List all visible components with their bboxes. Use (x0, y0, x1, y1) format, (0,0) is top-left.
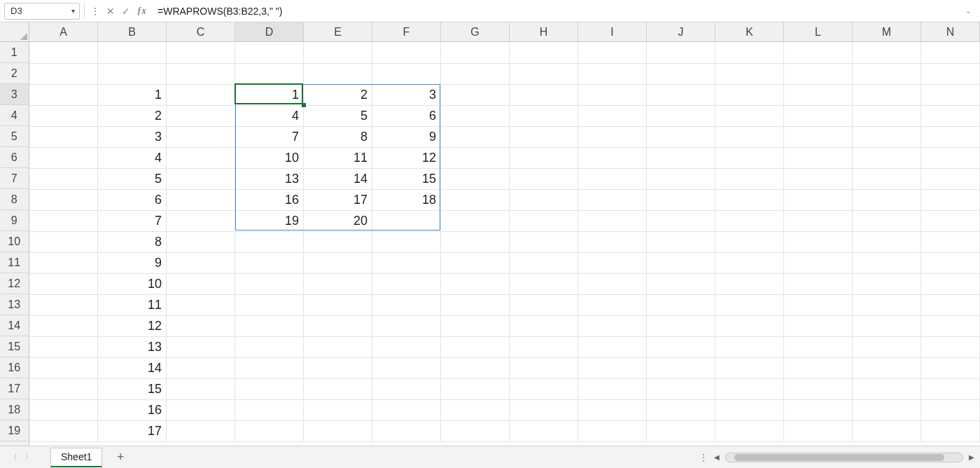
row-header[interactable]: 6 (0, 147, 29, 168)
cell[interactable] (235, 420, 304, 441)
cell[interactable] (29, 168, 98, 189)
cell[interactable] (29, 42, 98, 63)
cell[interactable] (647, 294, 715, 315)
cell[interactable] (647, 63, 715, 84)
cell[interactable] (441, 168, 510, 189)
cell[interactable]: 10 (98, 273, 167, 294)
cell[interactable] (853, 378, 921, 399)
row-header[interactable]: 19 (0, 420, 29, 441)
cell[interactable] (715, 420, 784, 441)
cell[interactable]: 17 (98, 420, 167, 441)
cell[interactable] (441, 399, 510, 420)
cell[interactable] (784, 84, 853, 105)
cell[interactable] (510, 336, 578, 357)
row-header[interactable]: 8 (0, 189, 29, 210)
cell[interactable]: 10 (235, 147, 304, 168)
cell[interactable] (441, 294, 510, 315)
cell[interactable]: 13 (98, 336, 167, 357)
cell[interactable] (441, 315, 510, 336)
cell[interactable] (167, 420, 235, 441)
cell[interactable] (29, 399, 98, 420)
cell[interactable] (372, 336, 441, 357)
cell[interactable] (578, 147, 647, 168)
chevron-down-icon[interactable]: ▾ (71, 7, 75, 15)
cell[interactable] (921, 420, 980, 441)
cell[interactable] (921, 189, 980, 210)
cell[interactable] (29, 84, 98, 105)
cell[interactable] (510, 168, 578, 189)
cell[interactable] (510, 105, 578, 126)
cell[interactable] (784, 63, 853, 84)
cell[interactable]: 18 (372, 189, 441, 210)
prev-sheet-button[interactable]: 〈 (6, 450, 21, 465)
cell[interactable] (235, 294, 304, 315)
cell[interactable] (29, 126, 98, 147)
fx-icon[interactable]: ƒx (134, 4, 149, 19)
cell[interactable] (372, 273, 441, 294)
cell[interactable] (304, 273, 372, 294)
cell[interactable] (853, 210, 921, 231)
cell[interactable] (29, 63, 98, 84)
cell[interactable] (921, 63, 980, 84)
cell[interactable] (853, 63, 921, 84)
cell[interactable] (235, 315, 304, 336)
cell[interactable] (853, 231, 921, 252)
row-header[interactable]: 5 (0, 126, 29, 147)
cell[interactable] (921, 231, 980, 252)
cell[interactable] (29, 378, 98, 399)
cell[interactable] (29, 420, 98, 441)
cell[interactable] (715, 294, 784, 315)
cell[interactable] (578, 42, 647, 63)
cell[interactable] (510, 189, 578, 210)
cell[interactable]: 19 (235, 210, 304, 231)
cell[interactable]: 14 (98, 357, 167, 378)
cell[interactable] (510, 252, 578, 273)
cell[interactable] (29, 357, 98, 378)
cell[interactable] (578, 231, 647, 252)
cell[interactable] (853, 84, 921, 105)
cell[interactable] (853, 399, 921, 420)
column-header[interactable]: J (647, 22, 715, 41)
cancel-icon[interactable]: ✕ (103, 4, 118, 19)
cell[interactable] (304, 42, 372, 63)
cell[interactable] (578, 399, 647, 420)
cell[interactable] (29, 252, 98, 273)
cell[interactable] (441, 357, 510, 378)
cell[interactable] (647, 336, 715, 357)
cell[interactable] (921, 315, 980, 336)
cell[interactable] (235, 252, 304, 273)
cell[interactable] (372, 252, 441, 273)
cell[interactable] (167, 147, 235, 168)
cell[interactable] (715, 105, 784, 126)
cell[interactable] (167, 336, 235, 357)
cell[interactable] (715, 231, 784, 252)
cell[interactable] (784, 147, 853, 168)
cell[interactable] (372, 231, 441, 252)
cell[interactable]: 12 (372, 147, 441, 168)
cell[interactable] (921, 126, 980, 147)
cell[interactable] (784, 189, 853, 210)
cell[interactable] (853, 420, 921, 441)
cell[interactable]: 5 (304, 105, 372, 126)
row-header[interactable]: 2 (0, 63, 29, 84)
cell[interactable] (578, 84, 647, 105)
cell[interactable] (784, 336, 853, 357)
cell[interactable] (235, 273, 304, 294)
cell[interactable]: 16 (235, 189, 304, 210)
name-box-input[interactable] (9, 5, 51, 17)
cell[interactable] (578, 189, 647, 210)
cell[interactable] (98, 63, 167, 84)
cell[interactable] (510, 63, 578, 84)
cell[interactable] (167, 231, 235, 252)
cell[interactable]: 7 (235, 126, 304, 147)
cell[interactable]: 11 (304, 147, 372, 168)
cell[interactable] (235, 42, 304, 63)
cell[interactable]: 17 (304, 189, 372, 210)
cell[interactable]: 1 (98, 84, 167, 105)
cell[interactable] (372, 315, 441, 336)
row-header[interactable]: 3 (0, 84, 29, 105)
cell[interactable]: 5 (98, 168, 167, 189)
cell[interactable] (921, 105, 980, 126)
cell[interactable] (510, 147, 578, 168)
cell[interactable] (921, 357, 980, 378)
